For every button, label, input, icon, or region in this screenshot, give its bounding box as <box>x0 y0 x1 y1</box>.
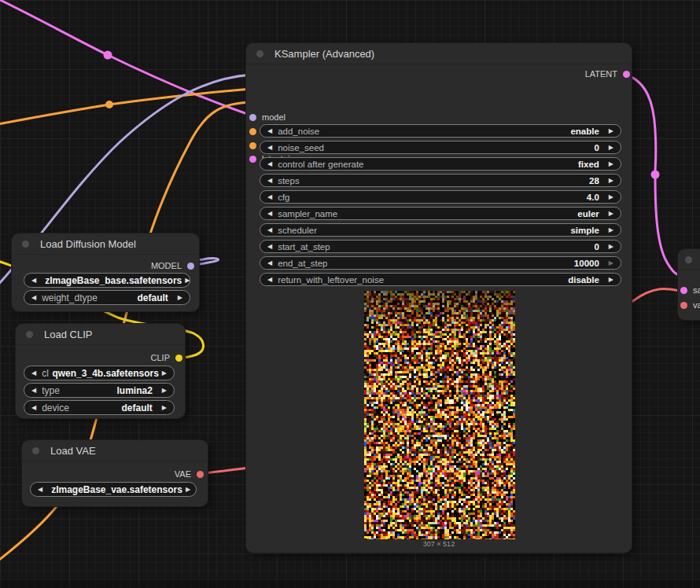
input-port-samples[interactable]: sa <box>680 285 700 295</box>
output-port-clip[interactable]: CLIP <box>151 353 182 362</box>
decrement-arrow-icon[interactable]: ◀ <box>267 210 272 217</box>
node-title: KSampler (Advanced) <box>274 48 374 60</box>
node-load-vae[interactable]: Load VAE VAE ◀ v ... zImageBase_vae.safe… <box>22 440 208 506</box>
decrement-arrow-icon[interactable]: ◀ <box>31 387 36 394</box>
increment-arrow-icon[interactable]: ▶ <box>609 144 613 151</box>
widget-sampler-name[interactable]: ◀ sampler_name euler ▶ <box>260 207 621 220</box>
widget-steps[interactable]: ◀ steps 28 ▶ <box>260 174 621 187</box>
collapse-dot-icon[interactable] <box>32 447 39 454</box>
model-output-dot[interactable] <box>187 263 194 270</box>
increment-arrow-icon[interactable]: ▶ <box>609 210 613 217</box>
widget-clip-name[interactable]: ◀ cli ... qwen_3_4b.safetensors ▶ <box>24 366 175 380</box>
negative-port-dot[interactable] <box>249 142 256 149</box>
ksampler-titlebar[interactable]: KSampler (Advanced) <box>246 43 632 64</box>
increment-arrow-icon[interactable]: ▶ <box>609 276 613 283</box>
partial-titlebar[interactable]: V <box>678 249 700 270</box>
increment-arrow-icon[interactable]: ▶ <box>162 369 167 377</box>
widget-name: cli ... <box>42 368 49 379</box>
decrement-arrow-icon[interactable]: ◀ <box>31 404 36 411</box>
node-load-diffusion-model[interactable]: Load Diffusion Model MODEL ◀ .. zImageBa… <box>12 233 199 311</box>
widget-value: simple <box>570 226 599 235</box>
output-port-vae[interactable]: VAE <box>175 469 204 479</box>
increment-arrow-icon[interactable]: ▶ <box>609 226 613 233</box>
ldm-titlebar[interactable]: Load Diffusion Model <box>12 233 199 255</box>
decrement-arrow-icon[interactable]: ◀ <box>267 276 272 283</box>
widget-control-after-generate[interactable]: ◀ control after generate fixed ▶ <box>260 157 621 171</box>
widget-name: scheduler <box>278 226 317 235</box>
positive-port-dot[interactable] <box>249 128 256 135</box>
increment-arrow-icon[interactable]: ▶ <box>162 404 167 411</box>
collapse-dot-icon[interactable] <box>26 331 33 338</box>
widget-type[interactable]: ◀ type lumina2 ▶ <box>24 383 175 398</box>
decrement-arrow-icon[interactable]: ◀ <box>267 193 272 200</box>
increment-arrow-icon[interactable]: ▶ <box>162 387 167 394</box>
decrement-arrow-icon[interactable]: ◀ <box>267 127 272 134</box>
wire-positive <box>0 89 252 125</box>
decrement-arrow-icon[interactable]: ◀ <box>267 243 272 250</box>
port-label: sa <box>693 285 700 295</box>
decrement-arrow-icon[interactable]: ◀ <box>267 160 272 167</box>
latent-image-port-dot[interactable] <box>249 156 256 163</box>
clip-output-dot[interactable] <box>175 355 182 362</box>
increment-arrow-icon[interactable]: ▶ <box>185 277 190 284</box>
decrement-arrow-icon[interactable]: ◀ <box>267 144 272 151</box>
widget-start-at-step[interactable]: ◀ start_at_step 0 ▶ <box>260 240 621 253</box>
reroute-dot-latent-out[interactable] <box>651 171 660 179</box>
comfyui-canvas[interactable]: { "colors": { "model": "#b6a5e2", "condi… <box>0 0 700 588</box>
decrement-arrow-icon[interactable]: ◀ <box>31 294 36 301</box>
port-label: VAE <box>175 469 191 479</box>
widget-end-at-step[interactable]: ◀ end_at_step 10000 ▶ <box>260 256 621 270</box>
node-title: Load VAE <box>50 445 96 457</box>
decrement-arrow-icon[interactable]: ◀ <box>267 259 272 266</box>
increment-arrow-icon[interactable]: ▶ <box>609 259 613 266</box>
output-port-latent[interactable]: LATENT <box>585 69 630 79</box>
widget-unet-name[interactable]: ◀ .. zImageBase_base.safetensors ▶ <box>24 273 190 288</box>
reroute-dot-latent[interactable] <box>104 51 112 60</box>
decrement-arrow-icon[interactable]: ◀ <box>267 226 272 233</box>
node-vae-decode-partial[interactable]: V sa va <box>678 249 700 320</box>
widget-return-with-leftover-noise[interactable]: ◀ return_with_leftover_noise disable ▶ <box>260 273 621 286</box>
widget-name: start_at_step <box>278 242 330 252</box>
input-port-model[interactable]: model <box>249 112 286 122</box>
widget-device[interactable]: ◀ device default ▶ <box>24 400 175 415</box>
increment-arrow-icon[interactable]: ▶ <box>186 486 190 493</box>
port-label: CLIP <box>151 353 170 362</box>
widget-vae-name[interactable]: ◀ v ... zImageBase_vae.safetensors ▶ <box>30 482 197 497</box>
widget-name: end_at_step <box>278 259 327 268</box>
vae-port-dot[interactable] <box>680 302 687 309</box>
increment-arrow-icon[interactable]: ▶ <box>609 193 613 200</box>
decrement-arrow-icon[interactable]: ◀ <box>31 277 36 284</box>
model-port-dot[interactable] <box>249 114 256 121</box>
increment-arrow-icon[interactable]: ▶ <box>609 177 613 184</box>
collapse-dot-icon[interactable] <box>256 50 263 57</box>
widget-noise-seed[interactable]: ◀ noise_seed 0 ▶ <box>260 141 621 154</box>
latent-output-dot[interactable] <box>623 71 630 78</box>
decrement-arrow-icon[interactable]: ◀ <box>38 486 42 493</box>
increment-arrow-icon[interactable]: ▶ <box>609 160 613 167</box>
input-port-vae[interactable]: va <box>680 300 700 310</box>
vae-titlebar[interactable]: Load VAE <box>22 440 208 461</box>
widget-value: 10000 <box>574 259 599 268</box>
widget-weight-dtype[interactable]: ◀ weight_dtype default ▶ <box>24 290 190 305</box>
node-ksampler-advanced[interactable]: KSampler (Advanced) model positive negat… <box>246 43 632 553</box>
decrement-arrow-icon[interactable]: ◀ <box>31 369 36 377</box>
decrement-arrow-icon[interactable]: ◀ <box>267 177 272 184</box>
node-load-clip[interactable]: Load CLIP CLIP ◀ cli ... qwen_3_4b.safet… <box>16 324 185 418</box>
vae-output-dot[interactable] <box>197 471 204 478</box>
increment-arrow-icon[interactable]: ▶ <box>609 127 613 134</box>
widget-value: zImageBase_vae.safetensors <box>51 484 182 495</box>
node-title: Load Diffusion Model <box>40 238 136 250</box>
reroute-dot-positive[interactable] <box>105 101 113 108</box>
widget-value: 0 <box>594 143 599 153</box>
increment-arrow-icon[interactable]: ▶ <box>178 294 182 301</box>
clip-titlebar[interactable]: Load CLIP <box>16 324 185 345</box>
increment-arrow-icon[interactable]: ▶ <box>609 243 613 250</box>
widget-add-noise[interactable]: ◀ add_noise enable ▶ <box>260 124 621 138</box>
output-port-model[interactable]: MODEL <box>151 261 194 270</box>
collapse-dot-icon[interactable] <box>685 256 692 263</box>
collapse-dot-icon[interactable] <box>22 241 29 248</box>
widget-cfg[interactable]: ◀ cfg 4.0 ▶ <box>260 190 621 204</box>
port-label: MODEL <box>151 261 182 270</box>
widget-scheduler[interactable]: ◀ scheduler simple ▶ <box>260 223 621 237</box>
samples-port-dot[interactable] <box>680 287 687 294</box>
